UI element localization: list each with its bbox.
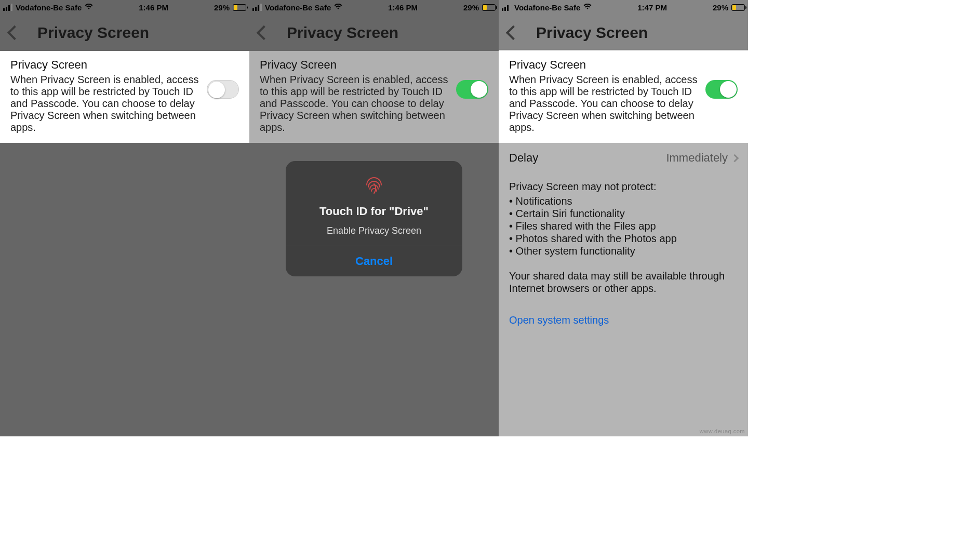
status-bar: Vodafone-Be Safe 1:47 PM 29% (499, 0, 748, 15)
nav-header: Privacy Screen (499, 15, 748, 51)
screenshot-2: Vodafone-Be Safe 1:46 PM 29% Privacy Scr… (249, 0, 499, 436)
clock: 1:46 PM (342, 3, 463, 12)
privacy-screen-toggle[interactable] (456, 80, 488, 99)
status-bar: Vodafone-Be Safe 1:46 PM 29% (0, 0, 249, 15)
notes-disclaimer: Your shared data may still be available … (509, 270, 738, 295)
page-title: Privacy Screen (536, 24, 648, 42)
privacy-screen-card: Privacy Screen When Privacy Screen is en… (499, 51, 748, 143)
cellular-signal-icon (502, 4, 511, 11)
nav-header: Privacy Screen (0, 15, 249, 51)
battery-icon (482, 4, 496, 11)
privacy-screen-title: Privacy Screen (10, 58, 239, 72)
status-bar: Vodafone-Be Safe 1:46 PM 29% (249, 0, 499, 15)
battery-icon (233, 4, 246, 11)
carrier-label: Vodafone-Be Safe (514, 3, 580, 12)
nav-header: Privacy Screen (249, 15, 499, 51)
watermark: www.deuaq.com (700, 428, 745, 434)
carrier-label: Vodafone-Be Safe (265, 3, 331, 12)
screenshot-3: Vodafone-Be Safe 1:47 PM 29% Privacy Scr… (499, 0, 748, 436)
note-bullet: Notifications (509, 195, 738, 207)
privacy-screen-description: When Privacy Screen is enabled, access t… (260, 74, 450, 134)
back-button[interactable] (506, 25, 520, 40)
privacy-screen-description: When Privacy Screen is enabled, access t… (509, 74, 699, 134)
modal-title: Touch ID for "Drive" (296, 205, 452, 218)
back-button[interactable] (257, 25, 271, 40)
modal-subtitle: Enable Privacy Screen (296, 225, 452, 236)
touch-id-modal: Touch ID for "Drive" Enable Privacy Scre… (286, 161, 462, 276)
cellular-signal-icon (3, 4, 12, 11)
delay-row[interactable]: Delay Immediately (499, 143, 748, 173)
note-bullet: Files shared with the Files app (509, 220, 738, 232)
battery-percent: 29% (713, 3, 728, 12)
carrier-label: Vodafone-Be Safe (16, 3, 82, 12)
notes-heading: Privacy Screen may not protect: (509, 180, 738, 193)
clock: 1:47 PM (592, 3, 713, 12)
privacy-screen-card: Privacy Screen When Privacy Screen is en… (0, 51, 249, 143)
cancel-button[interactable]: Cancel (286, 246, 462, 276)
chevron-right-icon (731, 154, 739, 162)
wifi-icon (334, 3, 342, 11)
open-system-settings-link[interactable]: Open system settings (499, 314, 619, 326)
note-bullet: Certain Siri functionality (509, 207, 738, 220)
battery-icon (731, 4, 745, 11)
battery-percent: 29% (463, 3, 479, 12)
wifi-icon (85, 3, 93, 11)
delay-label: Delay (509, 151, 538, 165)
note-bullet: Other system functionality (509, 245, 738, 257)
privacy-screen-title: Privacy Screen (509, 58, 738, 72)
privacy-screen-description: When Privacy Screen is enabled, access t… (10, 74, 201, 134)
delay-value: Immediately (666, 151, 728, 165)
battery-percent: 29% (214, 3, 230, 12)
privacy-notes: Privacy Screen may not protect: Notifica… (499, 173, 748, 302)
privacy-screen-card: Privacy Screen When Privacy Screen is en… (249, 51, 499, 143)
cellular-signal-icon (252, 4, 262, 11)
page-title: Privacy Screen (287, 24, 398, 42)
back-button[interactable] (7, 25, 22, 40)
wifi-icon (583, 3, 592, 11)
page-title: Privacy Screen (37, 24, 149, 42)
privacy-screen-toggle[interactable] (207, 80, 239, 99)
privacy-screen-toggle[interactable] (705, 80, 738, 99)
note-bullet: Photos shared with the Photos app (509, 232, 738, 245)
clock: 1:46 PM (93, 3, 214, 12)
privacy-screen-title: Privacy Screen (260, 58, 488, 72)
screenshot-1: Vodafone-Be Safe 1:46 PM 29% Privacy Scr… (0, 0, 249, 436)
fingerprint-icon (364, 174, 384, 194)
